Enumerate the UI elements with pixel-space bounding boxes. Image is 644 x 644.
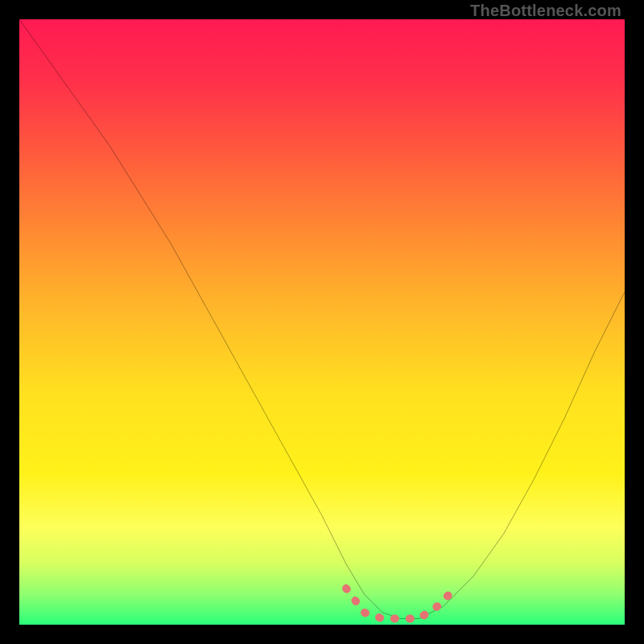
chart-stage: TheBottleneck.com: [0, 0, 644, 644]
bottleneck-curve: [19, 19, 625, 618]
sweet-spot-band: [346, 588, 455, 619]
watermark-text: TheBottleneck.com: [470, 2, 621, 20]
plot-area: [19, 19, 625, 625]
curve-layer: [19, 19, 625, 625]
